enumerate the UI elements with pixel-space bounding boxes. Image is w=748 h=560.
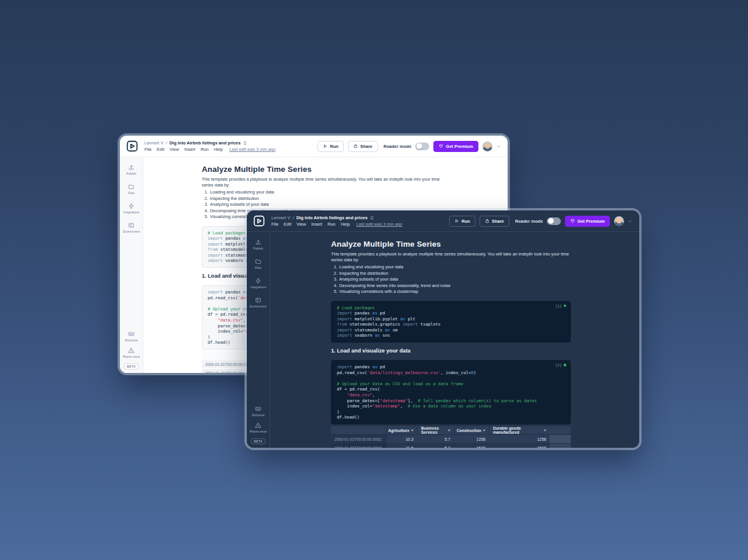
sidebar-item-report-issue[interactable]: Report issue bbox=[123, 347, 140, 358]
breadcrumb-doc-title[interactable]: Dig into Airbnb listings and prices bbox=[297, 215, 368, 220]
sidebar-item-integrations[interactable]: Integrations bbox=[250, 278, 266, 289]
code-cell-1[interactable]: [1] # Load packagesimport pandas as pdim… bbox=[331, 301, 571, 343]
chevron-down-icon[interactable] bbox=[628, 219, 632, 223]
menu-file[interactable]: File bbox=[271, 222, 278, 227]
cell-value: 1598 bbox=[489, 444, 550, 448]
menu-view[interactable]: View bbox=[170, 147, 179, 152]
sidebar-item-publish[interactable]: Publish bbox=[253, 239, 263, 250]
share-button[interactable]: Share bbox=[348, 141, 378, 152]
notebook-window-front: Lennert V / Dig into Airbnb listings and… bbox=[247, 210, 639, 448]
menu-help[interactable]: Help bbox=[214, 147, 223, 152]
beta-badge: BETA bbox=[251, 438, 266, 444]
sidebar-item-publish[interactable]: Publish bbox=[126, 164, 136, 175]
run-button-label: Run bbox=[330, 144, 339, 149]
sidebar-item-environment[interactable]: Environment bbox=[250, 297, 267, 308]
list-item: Decomposing time series into seasonality… bbox=[339, 283, 571, 289]
header-actions: Run Share Reader mode Get Premium bbox=[449, 216, 632, 227]
table-header-row: AgricultureBusiness ServicesConstruction… bbox=[331, 426, 571, 434]
menu-view[interactable]: View bbox=[297, 222, 306, 227]
sidebar-item-environment[interactable]: Environment bbox=[123, 222, 140, 233]
notebook-title: Analyze Multiple Time Series bbox=[331, 239, 571, 249]
menu-bar: File Edit View Insert Run Help Last edit… bbox=[271, 222, 402, 227]
column-header[interactable]: Agriculture bbox=[387, 426, 417, 434]
bookmark-icon[interactable] bbox=[370, 216, 374, 220]
cell-value: 5.7 bbox=[417, 435, 454, 443]
notebook-content: Analyze Multiple Time Series This templa… bbox=[270, 232, 639, 448]
column-header[interactable]: Business Services bbox=[417, 426, 454, 434]
code-line: import matplotlib.pyplot as plt bbox=[337, 316, 565, 322]
list-item: Loading and visualizing your data bbox=[339, 264, 571, 271]
app-logo-icon[interactable] bbox=[253, 215, 266, 227]
status-dot bbox=[564, 364, 567, 367]
chevron-down-icon[interactable] bbox=[497, 144, 501, 148]
window-header: Lennert V / Dig into Airbnb listings and… bbox=[120, 136, 508, 157]
sidebar-label: Report issue bbox=[123, 355, 140, 358]
keyboard-icon bbox=[128, 331, 135, 337]
menu-file[interactable]: File bbox=[144, 147, 151, 152]
column-header-empty bbox=[331, 426, 387, 434]
status-dot bbox=[564, 305, 567, 307]
run-button[interactable]: Run bbox=[449, 216, 475, 227]
sidebar-label: Integrations bbox=[250, 285, 266, 289]
sidebar-item-files[interactable]: Files bbox=[255, 258, 261, 269]
code-line: parse_dates=["datestamp"], # Tell pandas… bbox=[337, 398, 565, 404]
sidebar-item-integrations[interactable]: Integrations bbox=[123, 203, 139, 214]
column-header[interactable]: Durable goods manufactured bbox=[489, 426, 550, 434]
get-premium-button[interactable]: Get Premium bbox=[565, 216, 610, 227]
notebook-steps: Loading and visualizing your dataInspect… bbox=[331, 264, 571, 295]
sidebar-item-files[interactable]: Files bbox=[128, 184, 135, 195]
code-line bbox=[337, 375, 565, 381]
list-item: Analyzing subsets of your data bbox=[209, 202, 442, 208]
bookmark-icon[interactable] bbox=[243, 141, 247, 146]
menu-insert[interactable]: Insert bbox=[311, 222, 322, 227]
table-row[interactable]: 2000-01-01T00:00:00.000Z11.55.215981598 bbox=[331, 443, 571, 448]
gem-icon bbox=[570, 219, 575, 223]
menu-run[interactable]: Run bbox=[328, 222, 336, 227]
list-item: Loading and visualizing your data bbox=[209, 189, 442, 196]
column-header[interactable]: Construction bbox=[454, 426, 489, 434]
cell-value: 1598 bbox=[454, 444, 489, 448]
reader-mode-label: Reader mode bbox=[515, 219, 543, 224]
sidebar-item-report-issue[interactable]: Report issue bbox=[250, 422, 267, 433]
code-line: import seaborn as sns bbox=[337, 333, 565, 338]
cell-value: 1258 bbox=[454, 435, 489, 443]
code-line: from statsmodels.graphics import tsaplot… bbox=[337, 322, 565, 327]
cell-index: 2000-01-01T00:00:00.000Z bbox=[331, 435, 387, 443]
cell-value: 10.3 bbox=[387, 435, 417, 443]
breadcrumb-owner[interactable]: Lennert V bbox=[144, 140, 164, 146]
menu-insert[interactable]: Insert bbox=[184, 147, 195, 152]
sidebar-item-shortcuts[interactable]: Shortcuts bbox=[125, 331, 138, 342]
menu-edit[interactable]: Edit bbox=[284, 222, 291, 227]
table-row[interactable]: 2000-01-01T00:00:00.000Z10.35.712581258 bbox=[331, 434, 571, 443]
app-logo-icon[interactable] bbox=[126, 140, 139, 153]
sort-chevron-icon bbox=[411, 430, 413, 431]
menu-help[interactable]: Help bbox=[341, 222, 350, 227]
last-edit-link[interactable]: Last edit was 3 min ago bbox=[356, 222, 402, 227]
share-button-label: Share bbox=[492, 219, 504, 224]
share-button[interactable]: Share bbox=[480, 216, 509, 227]
user-avatar[interactable] bbox=[614, 216, 624, 226]
menu-run[interactable]: Run bbox=[201, 147, 209, 152]
sidebar-item-shortcuts[interactable]: Shortcuts bbox=[252, 406, 265, 417]
breadcrumb-owner[interactable]: Lennert V bbox=[271, 215, 291, 220]
code-cell-2[interactable]: [2] import pandas as pdpd.read_csv('data… bbox=[331, 360, 571, 424]
code-line: df = pd.read_csv( bbox=[337, 386, 565, 392]
get-premium-button[interactable]: Get Premium bbox=[433, 141, 478, 152]
reader-mode-toggle[interactable] bbox=[415, 143, 429, 150]
lock-icon bbox=[485, 219, 490, 223]
toggle-knob bbox=[548, 218, 554, 224]
table-gutter bbox=[550, 426, 571, 434]
code-line: index_col="datestamp", # Use a date colu… bbox=[337, 403, 565, 409]
list-item: Inspecting the distribution bbox=[339, 271, 571, 277]
play-icon bbox=[323, 144, 328, 148]
sidebar-label: Files bbox=[255, 266, 261, 269]
breadcrumb-doc-title[interactable]: Dig into Airbnb listings and prices bbox=[170, 140, 241, 146]
user-avatar[interactable] bbox=[482, 141, 492, 151]
breadcrumb-separator: / bbox=[166, 140, 167, 146]
menu-edit[interactable]: Edit bbox=[157, 147, 164, 152]
reader-mode-toggle[interactable] bbox=[547, 217, 561, 225]
run-button[interactable]: Run bbox=[318, 141, 344, 152]
sidebar-label: Files bbox=[128, 191, 135, 195]
last-edit-link[interactable]: Last edit was 3 min ago bbox=[229, 147, 275, 152]
list-item: Inspecting the distribution bbox=[209, 196, 442, 202]
